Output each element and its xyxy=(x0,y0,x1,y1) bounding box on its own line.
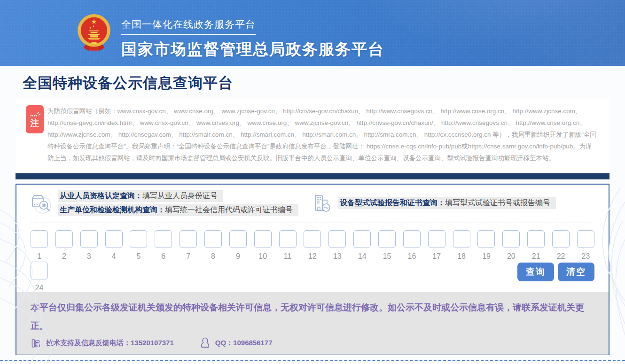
code-cell-number: 23 xyxy=(582,252,590,261)
divider-bar xyxy=(16,173,609,179)
code-input-19[interactable] xyxy=(477,230,495,248)
hint-unit-query: 生产单位和检验检测机构查询：填写统一社会信用代码或许可证书编号 xyxy=(58,204,298,216)
box-magnifier-icon xyxy=(31,192,52,215)
code-input-23[interactable] xyxy=(577,230,594,248)
code-cell-number: 14 xyxy=(358,252,367,261)
query-panel: 从业人员资格认定查询：填写从业人员身份证号 生产单位和检验检测机构查询：填写统一… xyxy=(16,184,609,355)
code-input-9[interactable] xyxy=(229,230,247,248)
code-cell: 6 xyxy=(155,230,172,261)
national-emblem-icon xyxy=(77,12,111,54)
phone-contact: 技术支持及信息反馈电话：13520107371 xyxy=(31,338,174,349)
code-cell: 7 xyxy=(180,230,197,261)
main-content: 全国特种设备公示信息查询平台 注 为防范假冒网站（例如：www.cnsx-gov… xyxy=(0,73,625,361)
code-cell: 2 xyxy=(55,230,73,261)
code-input-7[interactable] xyxy=(180,230,197,248)
code-cell: 14 xyxy=(353,230,371,261)
query-hints-row: 从业人员资格认定查询：填写从业人员身份证号 生产单位和检验检测机构查询：填写统一… xyxy=(16,185,609,218)
code-cell: 15 xyxy=(378,230,396,261)
hint-personnel-query: 从业人员资格认定查询：填写从业人员身份证号 xyxy=(58,190,223,202)
code-cells-row1: 1234567891011121314151617181920212223 xyxy=(31,230,594,261)
code-input-15[interactable] xyxy=(378,230,396,248)
code-cell-number: 10 xyxy=(258,252,267,261)
qq-penguin-icon xyxy=(200,337,210,349)
page-title: 全国特种设备公示信息查询平台 xyxy=(23,73,625,93)
code-input-16[interactable] xyxy=(403,230,421,248)
hint-group-right: 设备型式试验报告和证书查询：填写型式试验证书号或报告编号 xyxy=(312,193,556,214)
code-cell-number: 7 xyxy=(186,252,190,261)
hint-type-test-query: 设备型式试验报告和证书查询：填写型式试验证书号或报告编号 xyxy=(338,197,556,209)
code-cell-number: 17 xyxy=(432,252,441,261)
code-input-3[interactable] xyxy=(80,230,98,248)
disclaimer-text: 本平台仅归集公示各级发证机关颁发的特种设备相关许可信息，无权对许可信息进行修改。… xyxy=(31,298,590,335)
code-input-8[interactable] xyxy=(204,230,222,248)
site-title: 国家市场监督管理总局政务服务平台 xyxy=(121,39,384,60)
code-input-10[interactable] xyxy=(254,230,272,248)
code-cell: 10 xyxy=(254,230,272,261)
site-header: 全国一体化在线政务服务平台 国家市场监督管理总局政务服务平台 xyxy=(0,0,625,66)
code-cell: 8 xyxy=(204,230,222,261)
code-input-12[interactable] xyxy=(304,230,321,248)
hint-type-test-label: 设备型式试验报告和证书查询： xyxy=(340,199,445,207)
code-cell: 16 xyxy=(403,230,421,261)
code-input-14[interactable] xyxy=(353,230,371,248)
platform-tag: 全国一体化在线政务服务平台 xyxy=(121,18,256,35)
phone-icon xyxy=(31,338,41,349)
note-badge-icon: 注 xyxy=(26,105,44,133)
code-input-24[interactable] xyxy=(31,262,48,279)
code-cell-number: 6 xyxy=(161,252,165,261)
code-cell-number: 24 xyxy=(35,284,44,292)
code-cell: 12 xyxy=(304,230,321,261)
clear-button[interactable]: 清空 xyxy=(558,263,594,281)
code-input-4[interactable] xyxy=(105,230,123,248)
code-cell: 3 xyxy=(80,230,98,261)
code-input-17[interactable] xyxy=(428,230,445,248)
code-cell-number: 1 xyxy=(37,252,41,261)
hint-personnel-label: 从业人员资格认定查询： xyxy=(60,192,142,200)
code-cell-number: 13 xyxy=(333,252,342,261)
code-cell: 18 xyxy=(453,230,470,261)
code-input-18[interactable] xyxy=(453,230,470,248)
notice-box: 注 为防范假冒网站（例如：www.cnsx-gov.cn、 www.cnse.o… xyxy=(16,99,609,173)
code-input-11[interactable] xyxy=(279,230,297,248)
search-button[interactable]: 查询 xyxy=(517,263,554,281)
code-cell-number: 16 xyxy=(407,252,416,261)
note-badge-label: 注 xyxy=(31,118,39,127)
code-cell: 11 xyxy=(279,230,297,261)
code-cell-number: 20 xyxy=(507,252,516,261)
code-cells-row2: 24 查询 清空 xyxy=(31,262,594,292)
code-cell: 9 xyxy=(229,230,247,261)
code-cell-number: 22 xyxy=(557,252,565,261)
code-cell-number: 5 xyxy=(136,252,141,261)
code-cell-number: 8 xyxy=(211,252,215,261)
anti-fake-notice-text: 为防范假冒网站（例如：www.cnsx-gov.cn、 www.cnse.org… xyxy=(47,105,597,164)
qq-label: QQ： xyxy=(215,339,233,347)
code-cell-number: 15 xyxy=(383,252,391,261)
code-input-6[interactable] xyxy=(155,230,172,248)
code-cell: 1 xyxy=(31,230,48,261)
code-cell: 21 xyxy=(527,230,545,261)
code-cell: 20 xyxy=(502,230,520,261)
code-input-22[interactable] xyxy=(552,230,570,248)
code-input-20[interactable] xyxy=(502,230,520,248)
code-cell: 22 xyxy=(552,230,570,261)
phone-label: 技术支持及信息反馈电话： xyxy=(46,339,131,347)
code-input-21[interactable] xyxy=(527,230,545,248)
hint-unit-label: 生产单位和检验检测机构查询： xyxy=(60,206,165,214)
hint-type-test-value: 填写型式试验证书号或报告编号 xyxy=(445,199,550,207)
code-cell-number: 11 xyxy=(284,252,292,261)
code-input-5[interactable] xyxy=(130,230,147,248)
hint-unit-value: 填写统一社会信用代码或许可证书编号 xyxy=(165,206,293,214)
code-cell-number: 18 xyxy=(457,252,466,261)
code-input-13[interactable] xyxy=(328,230,346,248)
code-cell-number: 4 xyxy=(112,252,116,261)
action-buttons: 查询 清空 xyxy=(517,263,594,281)
code-input-2[interactable] xyxy=(55,230,73,248)
code-cell: 17 xyxy=(428,230,445,261)
code-cell-number: 21 xyxy=(532,252,540,261)
qq-number: 1096856177 xyxy=(233,339,272,347)
hint-personnel-value: 填写从业人员身份证号 xyxy=(142,192,218,200)
code-cell: 23 xyxy=(577,230,594,261)
qq-contact: QQ：1096856177 xyxy=(200,337,273,349)
code-cell-number: 12 xyxy=(308,252,317,261)
code-input-1[interactable] xyxy=(31,230,48,248)
